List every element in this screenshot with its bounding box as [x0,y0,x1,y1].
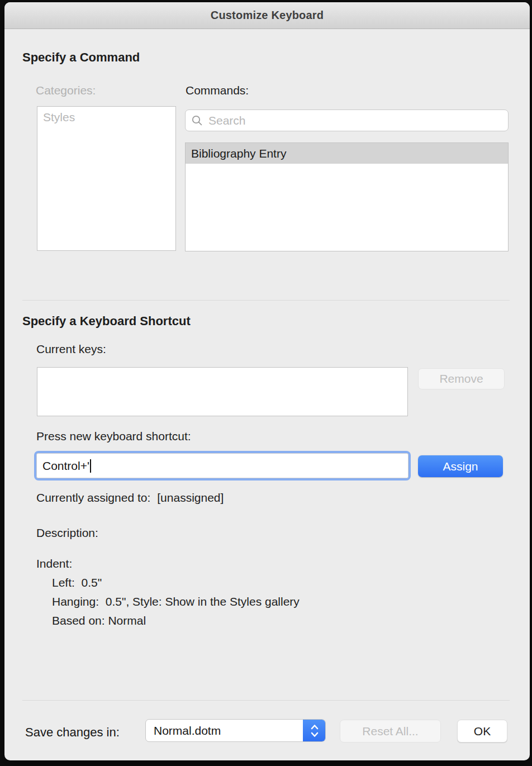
dialog-title: Customize Keyboard [211,9,324,22]
save-changes-dropdown[interactable]: Normal.dotm [145,719,326,742]
reset-all-button[interactable]: Reset All... [340,720,441,743]
specify-shortcut-heading: Specify a Keyboard Shortcut [22,314,191,329]
commands-listbox[interactable]: Bibliography Entry [185,142,509,251]
press-new-shortcut-label: Press new keyboard shortcut: [36,430,191,443]
description-line: Hanging: 0.5", Style: Show in the Styles… [36,592,300,611]
categories-label: Categories: [36,84,96,97]
desktop-background: Customize Keyboard Specify a Command Cat… [0,0,532,766]
section-divider [22,300,510,301]
text-caret [90,459,91,473]
description-line: Left: 0.5" [36,573,300,592]
chevron-up-down-icon [310,723,320,739]
description-line: Indent: [36,554,300,573]
save-changes-value: Normal.dotm [146,724,303,738]
current-keys-listbox[interactable] [37,367,408,416]
title-bar: Customize Keyboard [4,2,530,29]
shortcut-input-focus-ring: Control+' [34,451,411,480]
footer-divider [22,700,510,701]
ok-button[interactable]: OK [457,720,507,743]
description-line: Based on: Normal [36,611,300,630]
commands-search-field[interactable] [185,110,509,131]
assign-button[interactable]: Assign [418,455,503,477]
currently-assigned-line: Currently assigned to:[unassigned] [36,491,224,505]
shortcut-value: Control+' [42,459,89,473]
customize-keyboard-dialog: Customize Keyboard Specify a Command Cat… [4,2,530,760]
description-text: Indent: Left: 0.5" Hanging: 0.5", Style:… [36,554,300,630]
search-input[interactable] [208,114,502,127]
current-keys-label: Current keys: [36,342,106,356]
currently-assigned-value: [unassigned] [157,491,224,504]
list-item-command-selected[interactable]: Bibliography Entry [186,143,508,164]
commands-label: Commands: [186,84,249,97]
specify-command-heading: Specify a Command [22,50,140,65]
shortcut-input[interactable]: Control+' [36,453,408,478]
save-changes-label: Save changes in: [25,725,120,740]
description-label: Description: [36,526,98,540]
currently-assigned-label: Currently assigned to: [36,491,150,504]
list-item-category[interactable]: Styles [37,107,175,127]
dropdown-stepper [303,719,326,742]
remove-button[interactable]: Remove [418,368,505,389]
search-icon [191,115,203,127]
categories-listbox[interactable]: Styles [37,106,176,251]
